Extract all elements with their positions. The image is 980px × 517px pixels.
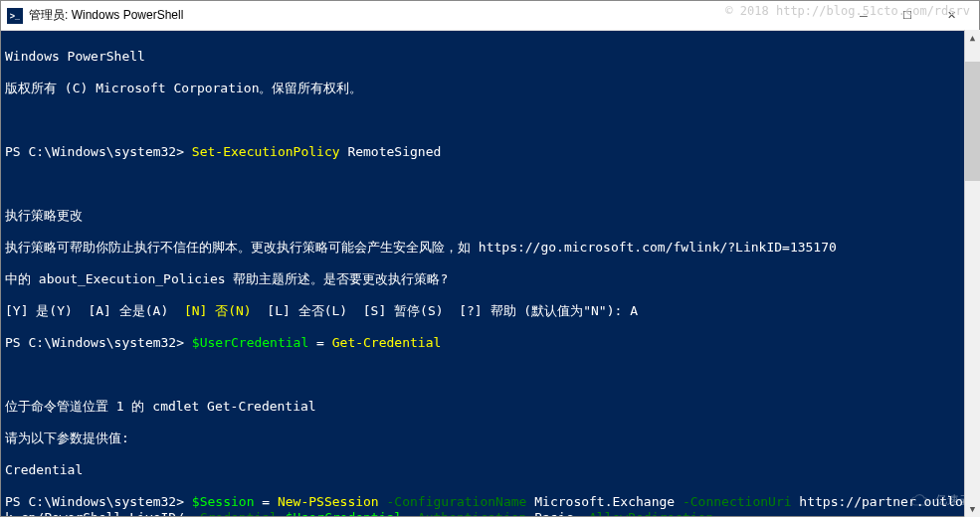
- policy-title: 执行策略更改: [5, 208, 975, 224]
- logo-watermark: 亿速云: [909, 492, 971, 508]
- cmd-line-1: PS C:\Windows\system32> Set-ExecutionPol…: [5, 144, 975, 160]
- cmd-line-2: PS C:\Windows\system32> $UserCredential …: [5, 335, 975, 351]
- cred-prompt: Credential: [5, 462, 975, 478]
- cred-prompt: 位于命令管道位置 1 的 cmdlet Get-Credential: [5, 399, 975, 415]
- header-line: Windows PowerShell: [5, 49, 975, 65]
- blank-line: [5, 367, 975, 383]
- cmd-line-3: PS C:\Windows\system32> $Session = New-P…: [5, 494, 975, 516]
- cloud-icon: [909, 493, 931, 507]
- watermark: © 2018 http://blog.51cto.com/rdsrv: [725, 4, 970, 18]
- blank-line: [5, 176, 975, 192]
- scroll-down-icon[interactable]: ▼: [965, 501, 980, 517]
- scroll-thumb[interactable]: [965, 62, 980, 181]
- powershell-window: >_ 管理员: Windows PowerShell ─ ☐ ✕ Windows…: [0, 0, 980, 517]
- cred-prompt: 请为以下参数提供值:: [5, 431, 975, 446]
- powershell-icon: >_: [7, 8, 23, 24]
- scrollbar[interactable]: ▲ ▼: [964, 30, 980, 517]
- window-title: 管理员: Windows PowerShell: [29, 7, 183, 24]
- policy-options: [Y] 是(Y) [A] 全是(A) [N] 否(N) [L] 全否(L) [S…: [5, 303, 975, 319]
- policy-text: 执行策略可帮助你防止执行不信任的脚本。更改执行策略可能会产生安全风险，如 htt…: [5, 240, 975, 256]
- terminal-area[interactable]: Windows PowerShell 版权所有 (C) Microsoft Co…: [1, 31, 979, 516]
- policy-text: 中的 about_Execution_Policies 帮助主题所述。是否要更改…: [5, 271, 975, 287]
- copyright-line: 版权所有 (C) Microsoft Corporation。保留所有权利。: [5, 81, 975, 96]
- scroll-up-icon[interactable]: ▲: [965, 30, 980, 46]
- blank-line: [5, 112, 975, 128]
